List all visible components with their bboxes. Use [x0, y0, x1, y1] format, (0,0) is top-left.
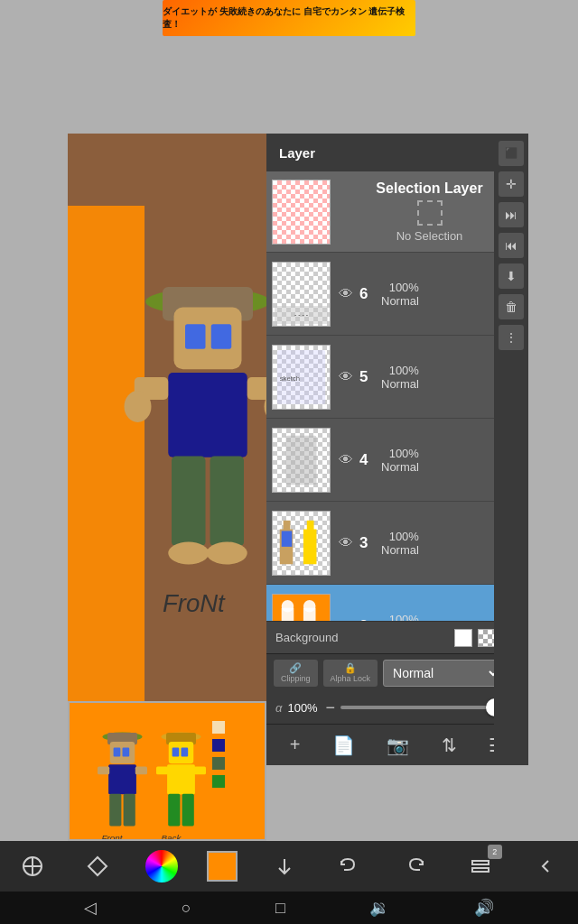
layer-5-info: 100% Normal — [381, 364, 419, 391]
back-button[interactable] — [527, 848, 564, 884]
no-selection-text: No Selection — [396, 229, 463, 243]
svg-rect-36 — [156, 767, 168, 775]
svg-marker-57 — [89, 857, 107, 875]
preview-svg: Front Back — [70, 703, 266, 841]
svg-rect-24 — [124, 794, 135, 827]
svg-rect-22 — [135, 767, 147, 775]
svg-text:Front: Front — [101, 833, 123, 841]
layer-row-4[interactable]: 👁 4 100% Normal — [266, 419, 528, 502]
layer-6-number: 6 — [359, 285, 376, 303]
layer-row-6[interactable]: - - - - 👁 6 100% Normal — [266, 253, 528, 336]
opacity-decrease-button[interactable]: − — [325, 698, 335, 717]
tools-bar: 2 — [0, 841, 578, 892]
selection-layer-thumb — [272, 180, 331, 245]
android-back[interactable]: ◁ — [84, 898, 97, 918]
layer-3-eye[interactable]: 👁 — [336, 533, 356, 553]
layer-2-thumb — [272, 594, 331, 622]
clipping-icon: 🔗 — [289, 662, 302, 674]
skip-forward-button[interactable]: ⏭ — [499, 202, 524, 227]
add-layer-button[interactable]: + — [290, 735, 301, 755]
current-color-swatch[interactable] — [207, 851, 238, 882]
svg-rect-33 — [172, 748, 180, 757]
svg-rect-45 — [284, 520, 291, 531]
opacity-slider[interactable] — [340, 706, 505, 709]
blend-mode-select[interactable]: Normal — [383, 660, 501, 687]
svg-rect-37 — [194, 767, 206, 775]
layer-3-info: 100% Normal — [381, 530, 419, 557]
svg-rect-28 — [212, 757, 225, 770]
svg-rect-23 — [109, 794, 121, 827]
undo-button[interactable] — [331, 848, 368, 884]
android-recents[interactable]: □ — [275, 899, 285, 918]
layer-6-mode: Normal — [381, 294, 419, 308]
svg-rect-10 — [172, 457, 206, 547]
ad-text: ダイエットが 失敗続きのあなたに 自宅でカンタン 遺伝子検査！ — [163, 5, 415, 31]
layer-row-5[interactable]: sketch 👁 5 100% Normal — [266, 336, 528, 419]
layer-2-opacity: 100% — [389, 613, 419, 622]
ad-banner[interactable]: ダイエットが 失敗続きのあなたに 自宅でカンタン 遺伝子検査！ — [163, 0, 415, 36]
layer-4-opacity: 100% — [389, 447, 419, 460]
svg-rect-18 — [114, 748, 121, 757]
layer-2-info: 100% Normal — [381, 613, 419, 622]
merge-button[interactable]: ⇅ — [442, 735, 457, 756]
svg-rect-59 — [472, 861, 489, 864]
layer-panel: Layer Selection Layer No Selection - - -… — [266, 134, 528, 765]
layer-6-info: 100% Normal — [381, 281, 419, 308]
more-options-button[interactable]: ⋮ — [499, 325, 524, 350]
android-home[interactable]: ○ — [182, 899, 191, 918]
redo-button[interactable] — [396, 848, 433, 884]
svg-rect-3 — [185, 324, 206, 349]
selection-layer-row[interactable]: Selection Layer No Selection — [266, 171, 528, 253]
download-button[interactable]: ⬇ — [499, 263, 524, 289]
svg-text:Back: Back — [162, 833, 182, 841]
diamond-tool-button[interactable] — [79, 848, 116, 884]
layer-3-number: 3 — [359, 534, 376, 552]
svg-rect-20 — [108, 764, 136, 794]
clipping-button[interactable]: 🔗 Clipping — [274, 660, 318, 687]
svg-rect-35 — [167, 764, 195, 794]
layer-5-opacity: 100% — [389, 364, 419, 377]
svg-point-8 — [125, 391, 152, 422]
opacity-value: 100% — [287, 701, 320, 715]
checker-tool-button[interactable]: ⬛ — [499, 141, 524, 166]
android-volume-down[interactable]: 🔉 — [369, 898, 389, 918]
clipping-label: Clipping — [281, 674, 311, 683]
layer-5-eye[interactable]: 👁 — [336, 367, 356, 387]
arrow-down-button[interactable] — [266, 848, 303, 884]
layer-panel-title: Layer — [279, 145, 315, 161]
android-nav-bar: ◁ ○ □ 🔉 🔊 — [0, 892, 578, 924]
layer-panel-header: Layer — [266, 134, 528, 171]
svg-rect-38 — [168, 794, 180, 827]
layer-6-thumb: - - - - — [272, 262, 331, 327]
alpha-lock-button[interactable]: 🔒 Alpha Lock — [323, 660, 378, 687]
layer-row-2[interactable]: 👁 2 100% Normal — [266, 585, 528, 621]
svg-rect-5 — [168, 373, 247, 457]
svg-rect-26 — [212, 721, 225, 734]
copy-layer-button[interactable]: 📄 — [332, 735, 355, 756]
move-tool-button[interactable]: ✛ — [499, 171, 524, 197]
layers-button[interactable]: 2 — [462, 848, 499, 884]
skip-back-button[interactable]: ⏮ — [499, 233, 524, 258]
color-wheel[interactable] — [145, 850, 178, 882]
select-tool-button[interactable] — [14, 848, 51, 884]
svg-rect-27 — [212, 739, 225, 752]
android-volume-up[interactable]: 🔊 — [474, 898, 494, 918]
layers-list[interactable]: Selection Layer No Selection - - - - 👁 6… — [266, 171, 528, 621]
bg-white-box[interactable] — [454, 629, 472, 647]
right-toolbar: ⬛ ✛ ⏭ ⏮ ⬇ 🗑 ⋮ — [494, 134, 528, 765]
delete-button[interactable]: 🗑 — [499, 294, 524, 319]
layer-row-3[interactable]: 👁 3 100% Normal — [266, 502, 528, 585]
svg-rect-48 — [307, 520, 314, 531]
svg-text:FroNt: FroNt — [163, 589, 226, 617]
background-row: Background — [266, 621, 528, 653]
layer-6-eye[interactable]: 👁 — [336, 284, 356, 304]
layer-count-badge: 2 — [488, 845, 502, 859]
layer-4-eye[interactable]: 👁 — [336, 450, 356, 470]
svg-text:sketch: sketch — [280, 374, 300, 382]
bg-checker-box[interactable] — [478, 629, 496, 647]
alpha-lock-label: Alpha Lock — [331, 674, 371, 683]
svg-rect-21 — [98, 767, 109, 775]
opacity-row: α 100% − + — [266, 691, 528, 724]
svg-point-13 — [207, 542, 247, 565]
camera-button[interactable]: 📷 — [387, 735, 409, 756]
